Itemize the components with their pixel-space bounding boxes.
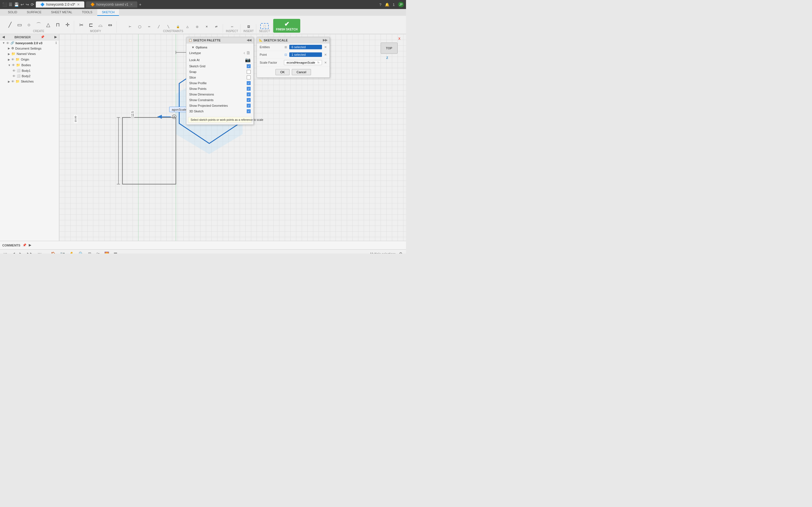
tab-sheet-metal[interactable]: SHEET METAL: [47, 9, 77, 16]
linetype-right-icon[interactable]: 🗎: [246, 50, 251, 55]
palette-row-show-constraints[interactable]: Show Constraints ✓: [189, 97, 251, 103]
create-arc-btn[interactable]: ⌒: [35, 20, 43, 29]
show-constraints-checkbox[interactable]: ✓: [247, 98, 251, 102]
notification-icon[interactable]: 🔔: [385, 3, 389, 7]
create-spline-btn[interactable]: ⊓: [54, 21, 62, 29]
modify-extend-btn[interactable]: ⊏: [87, 21, 95, 29]
constraint-2-btn[interactable]: ◯: [135, 24, 144, 29]
eye-icon-body1[interactable]: 👁: [12, 69, 15, 72]
constraint-1-btn[interactable]: ⊢: [126, 24, 134, 29]
view-home-btn[interactable]: 🏠: [50, 251, 57, 254]
cube-top-face[interactable]: TOP: [380, 43, 398, 54]
palette-row-projected[interactable]: Show Projected Geometries ✓: [189, 103, 251, 108]
eye-icon-origin[interactable]: 👁: [11, 58, 14, 61]
nav-play-btn[interactable]: ▶: [18, 251, 24, 254]
entities-close-btn[interactable]: ✕: [324, 45, 327, 49]
tree-item-origin[interactable]: ▶ 👁 📁 Origin: [0, 57, 59, 62]
show-profile-checkbox[interactable]: ✓: [247, 81, 251, 85]
constraint-3-btn[interactable]: ═: [145, 24, 153, 29]
create-polygon-btn[interactable]: △: [44, 21, 52, 29]
cancel-button[interactable]: Cancel: [292, 69, 311, 75]
settings-icon[interactable]: ⚙: [398, 251, 404, 254]
eye-icon-body2[interactable]: 👁: [12, 74, 15, 78]
scale-factor-fx[interactable]: fx: [317, 61, 319, 64]
app-menu-icon[interactable]: ⬛: [2, 2, 7, 7]
linetype-left-icon[interactable]: ‹: [244, 50, 245, 55]
tree-expand-sketches[interactable]: ▶: [8, 80, 10, 83]
slice-checkbox[interactable]: [247, 75, 251, 79]
view-grid-btn[interactable]: ▦: [112, 251, 118, 254]
constraint-lock-btn[interactable]: 🔒: [174, 24, 182, 29]
hamburger-icon[interactable]: ☰: [9, 2, 12, 7]
help-icon[interactable]: ?: [379, 3, 382, 7]
create-move-btn[interactable]: ✛: [63, 21, 71, 29]
tree-item-body2[interactable]: 👁 ⬜ Body2: [0, 73, 59, 78]
constraint-5-btn[interactable]: ╲: [164, 24, 172, 29]
active-tab[interactable]: 🔷 honeycomb 2.0 v3* ✕: [36, 1, 84, 8]
show-dims-checkbox[interactable]: ✓: [247, 93, 251, 96]
active-tab-close[interactable]: ✕: [77, 3, 80, 6]
tree-expand-doc[interactable]: ▶: [8, 47, 10, 50]
view-fit-btn[interactable]: ⊞: [87, 251, 93, 254]
scale-factor-close-btn[interactable]: ✕: [324, 61, 327, 64]
view-display-btn[interactable]: 🗂: [95, 251, 101, 254]
comments-expand-icon[interactable]: ▶: [29, 243, 31, 247]
save-icon[interactable]: 💾: [14, 2, 19, 7]
tree-expand-root[interactable]: ▼: [2, 41, 5, 45]
nav-next-btn[interactable]: ▶▶: [26, 251, 35, 254]
eye-icon-root[interactable]: 👁: [6, 41, 9, 45]
scale-expand-icon[interactable]: ▶▶: [323, 38, 327, 42]
tree-expand-bodies[interactable]: ▼: [8, 64, 11, 67]
create-rect-btn[interactable]: ▭: [15, 21, 24, 29]
scale-factor-value[interactable]: econdHexagonScale fx: [284, 60, 322, 65]
new-tab-btn[interactable]: +: [139, 2, 141, 7]
palette-row-slice[interactable]: Slice: [189, 75, 251, 80]
constraint-tri-btn[interactable]: △: [183, 24, 192, 29]
view-pan-btn[interactable]: ✋: [68, 251, 75, 254]
point-value[interactable]: 1 selected: [289, 52, 322, 57]
projected-checkbox[interactable]: ✓: [247, 104, 251, 108]
tab-surface[interactable]: SURFACE: [22, 9, 46, 16]
tab-solid[interactable]: SOLID: [3, 9, 22, 16]
sketch-grid-checkbox[interactable]: ✓: [247, 64, 251, 68]
eye-icon-sketches[interactable]: 👁: [11, 80, 14, 83]
show-points-checkbox[interactable]: ✓: [247, 87, 251, 91]
camera-icon[interactable]: 📷: [245, 57, 251, 62]
root-info-icon[interactable]: ℹ: [56, 41, 57, 45]
browser-pin-icon[interactable]: 📌: [41, 35, 45, 39]
tree-item-sketches[interactable]: ▶ 👁 📁 Sketches: [0, 78, 59, 84]
tree-item-body1[interactable]: 👁 ⬜ Body1: [0, 68, 59, 73]
tree-item-named-views[interactable]: ▶ 📁 Named Views: [0, 51, 59, 57]
canvas-area[interactable]: 12.5 10.00 agonScale fx ⋮ X TOP Z: [59, 34, 406, 241]
nav-prev-btn[interactable]: ◀: [11, 251, 16, 254]
palette-row-show-profile[interactable]: Show Profile ✓: [189, 80, 251, 86]
modify-trim-btn[interactable]: ✂: [77, 21, 86, 29]
user-avatar[interactable]: JP: [398, 2, 404, 7]
create-circle-btn[interactable]: ○: [25, 21, 33, 29]
finish-sketch-btn[interactable]: ✔ FINISH SKETCH: [273, 19, 301, 33]
constraint-cross-btn[interactable]: ✕: [202, 24, 211, 29]
entities-value[interactable]: 6 selected: [289, 45, 322, 49]
palette-row-show-points[interactable]: Show Points ✓: [189, 86, 251, 92]
browser-collapse-icon[interactable]: ◀: [2, 35, 4, 39]
point-close-btn[interactable]: ✕: [324, 53, 327, 57]
insert-image-btn[interactable]: 🖼: [245, 24, 253, 29]
tree-item-root[interactable]: ▼ 👁 🔗 honeycomb 2.0 v3 ℹ: [0, 40, 59, 46]
options-header[interactable]: ▼ Options: [189, 45, 251, 50]
nav-first-btn[interactable]: ⏮: [2, 251, 8, 254]
modify-fillet-btn[interactable]: ⌓: [96, 21, 105, 29]
inactive-tab[interactable]: 🔶 honeycomb saved v1 ✕: [86, 1, 137, 8]
redo-icon[interactable]: ↪: [26, 2, 29, 7]
undo-icon[interactable]: ↩: [20, 2, 24, 7]
palette-row-sketch-grid[interactable]: Sketch Grid ✓: [189, 63, 251, 69]
tree-expand-origin[interactable]: ▶: [8, 58, 10, 61]
ok-button[interactable]: OK: [275, 69, 290, 75]
tab-tools[interactable]: TOOLS: [77, 9, 97, 16]
view-capture-btn[interactable]: 📷: [59, 251, 66, 254]
constraint-4-btn[interactable]: ╱: [154, 24, 163, 29]
view-zoom-btn[interactable]: 🔍: [78, 251, 85, 254]
nav-last-btn[interactable]: ⏭: [37, 251, 43, 254]
select-btn[interactable]: ⬚: [260, 23, 269, 29]
redo-forward-icon[interactable]: ⟳: [31, 2, 34, 7]
browser-expand-icon[interactable]: ▶: [54, 35, 57, 39]
